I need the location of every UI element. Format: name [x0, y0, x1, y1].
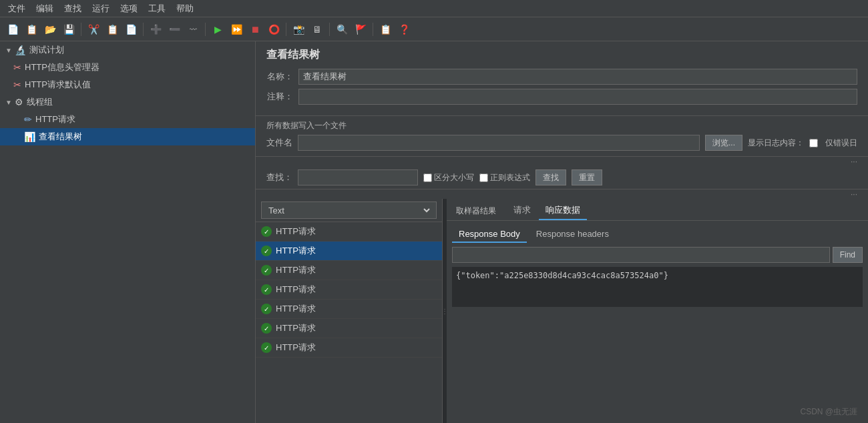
menu-tools[interactable]: 工具	[143, 1, 171, 16]
result-item-1[interactable]: ✓ HTTP请求	[256, 242, 442, 261]
tree-item-view-results[interactable]: 📊 查看结果树	[0, 128, 255, 145]
name-label: 名称：	[266, 71, 293, 83]
toolbar-stop[interactable]: ⏹	[246, 21, 264, 38]
toolbar-shutdown[interactable]: ⭕	[265, 21, 282, 38]
result-item-0[interactable]: ✓ HTTP请求	[256, 222, 442, 242]
toolbar-help[interactable]: ❓	[395, 21, 413, 38]
menu-find[interactable]: 查找	[59, 1, 87, 16]
file-row: 文件名 浏览... 显示日志内容： 仅错误日	[266, 135, 857, 151]
toolbar-cut[interactable]: ✂️	[85, 21, 102, 38]
toolbar-remote[interactable]: 🖥	[308, 21, 326, 38]
toolbar-search[interactable]: 🔍	[333, 21, 351, 38]
config-area: 查看结果树 名称： 注释：	[256, 41, 868, 116]
comment-row: 注释：	[266, 89, 857, 105]
result-item-5[interactable]: ✓ HTTP请求	[256, 319, 442, 338]
header-icon: ✂	[13, 62, 21, 73]
results-list: Text RegExp JSON XML ✓ HTTP请求 ✓ HTT	[256, 199, 443, 423]
regex-check-label: 正则表达式	[479, 172, 530, 183]
expand-icon-plan: ▼	[5, 47, 12, 54]
toolbar-flag[interactable]: 🚩	[352, 21, 369, 38]
menu-options[interactable]: 选项	[115, 1, 143, 16]
result-icon-3: ✓	[261, 284, 272, 295]
result-item-6[interactable]: ✓ HTTP请求	[256, 338, 442, 358]
file-section-title: 所有数据写入一个文件	[266, 120, 857, 131]
menu-edit[interactable]: 编辑	[31, 1, 59, 16]
result-icon-2: ✓	[261, 265, 272, 276]
name-row: 名称：	[266, 69, 857, 85]
reset-button[interactable]: 重置	[572, 169, 602, 185]
search-input[interactable]	[298, 169, 418, 185]
main-layout: ▼ 🔬 测试计划 ✂ HTTP信息头管理器 ✂ HTTP请求默认值 ▼ ⚙ 线程…	[0, 41, 868, 423]
result-icon-4: ✓	[261, 304, 272, 314]
toolbar-expand[interactable]: ➕	[147, 21, 164, 38]
tree-item-http-header[interactable]: ✂ HTTP信息头管理器	[0, 59, 255, 76]
regex-checkbox[interactable]	[479, 173, 488, 182]
toolbar-open-template[interactable]: 📋	[23, 21, 40, 38]
find-input[interactable]	[452, 247, 830, 263]
toolbar-save[interactable]: 💾	[60, 21, 77, 38]
result-item-2[interactable]: ✓ HTTP请求	[256, 261, 442, 280]
sub-tab-body[interactable]: Response Body	[452, 226, 527, 243]
detail-tabs: 取样器结果 请求 响应数据	[447, 199, 868, 221]
sub-tab-headers[interactable]: Response headers	[529, 226, 616, 243]
menu-run[interactable]: 运行	[87, 1, 115, 16]
tree-item-thread-group[interactable]: ▼ ⚙ 线程组	[0, 93, 255, 111]
toolbar-paste[interactable]: 📄	[122, 21, 140, 38]
result-icon-5: ✓	[261, 323, 272, 334]
left-panel: ▼ 🔬 测试计划 ✂ HTTP信息头管理器 ✂ HTTP请求默认值 ▼ ⚙ 线程…	[0, 41, 256, 423]
toolbar-list[interactable]: 📋	[377, 21, 394, 38]
detail-content: Response Body Response headers Find {"to…	[447, 221, 868, 423]
request-icon: ✏	[24, 114, 32, 125]
expand-icon-group: ▼	[5, 99, 12, 106]
results-detail: 取样器结果 请求 响应数据 Response Body Response hea…	[447, 199, 868, 423]
right-panel: 查看结果树 名称： 注释： 所有数据写入一个文件 文件名 浏览... 显示日志内…	[256, 41, 868, 423]
tab-response[interactable]: 响应数据	[539, 201, 587, 220]
toolbar-start[interactable]: ▶	[209, 21, 226, 38]
toolbar-collapse[interactable]: ➖	[166, 21, 183, 38]
results-scroll: ✓ HTTP请求 ✓ HTTP请求 ✓ HTTP请求 ✓ HTTP请求	[256, 222, 442, 423]
menu-file[interactable]: 文件	[3, 1, 31, 16]
toolbar: 📄 📋 📂 💾 ✂️ 📋 📄 ➕ ➖ 〰 ▶ ⏩ ⏹ ⭕ 📸 🖥 🔍 🚩 📋 ❓	[0, 17, 868, 41]
response-body: {"token":"a225e8330d8d4ca93c4cac8a573524…	[452, 267, 863, 307]
toolbar-toggle[interactable]: 〰	[184, 21, 202, 38]
find-detail-button[interactable]: Find	[833, 247, 863, 263]
comment-label: 注释：	[266, 91, 293, 103]
toolbar-sep-2	[143, 23, 144, 36]
toolbar-start-no-pause[interactable]: ⏩	[228, 21, 245, 38]
tree-item-test-plan[interactable]: ▼ 🔬 测试计划	[0, 41, 255, 59]
file-input[interactable]	[298, 135, 700, 151]
dots-divider-bottom: ···	[256, 189, 868, 199]
toolbar-templates[interactable]: 📸	[290, 21, 307, 38]
toolbar-sep-4	[286, 23, 286, 36]
toolbar-sep-1	[81, 23, 81, 36]
result-icon-1: ✓	[261, 246, 272, 256]
error-checkbox[interactable]	[809, 139, 818, 147]
watermark: CSDN @虫无涯	[800, 406, 857, 418]
log-label: 显示日志内容：	[748, 137, 804, 149]
result-item-4[interactable]: ✓ HTTP请求	[256, 300, 442, 319]
file-section: 所有数据写入一个文件 文件名 浏览... 显示日志内容： 仅错误日	[256, 116, 868, 157]
search-row: 查找： 区分大小写 正则表达式 查找 重置	[256, 166, 868, 189]
config-title: 查看结果树	[266, 48, 857, 62]
bottom-split: Text RegExp JSON XML ✓ HTTP请求 ✓ HTT	[256, 199, 868, 423]
result-icon-6: ✓	[261, 342, 272, 353]
error-label: 仅错误日	[825, 137, 857, 149]
toolbar-copy[interactable]: 📋	[103, 21, 121, 38]
toolbar-new[interactable]: 📄	[4, 21, 21, 38]
comment-input[interactable]	[298, 89, 857, 105]
tab-request[interactable]: 请求	[507, 201, 537, 220]
toolbar-open[interactable]: 📂	[41, 21, 59, 38]
menu-help[interactable]: 帮助	[171, 1, 199, 16]
toolbar-sep-6	[373, 23, 373, 36]
case-checkbox[interactable]	[423, 173, 432, 182]
tree-item-http-request[interactable]: ✏ HTTP请求	[0, 111, 255, 128]
result-item-3[interactable]: ✓ HTTP请求	[256, 280, 442, 300]
sampler-result-label: 取样器结果	[452, 203, 500, 220]
browse-button[interactable]: 浏览...	[705, 135, 742, 151]
text-dropdown[interactable]: Text RegExp JSON XML	[261, 201, 437, 219]
find-button[interactable]: 查找	[535, 169, 566, 185]
text-select[interactable]: Text RegExp JSON XML	[266, 205, 432, 216]
name-input[interactable]	[298, 69, 857, 85]
tree-item-http-default[interactable]: ✂ HTTP请求默认值	[0, 76, 255, 93]
menu-bar: 文件 编辑 查找 运行 选项 工具 帮助	[0, 0, 868, 17]
